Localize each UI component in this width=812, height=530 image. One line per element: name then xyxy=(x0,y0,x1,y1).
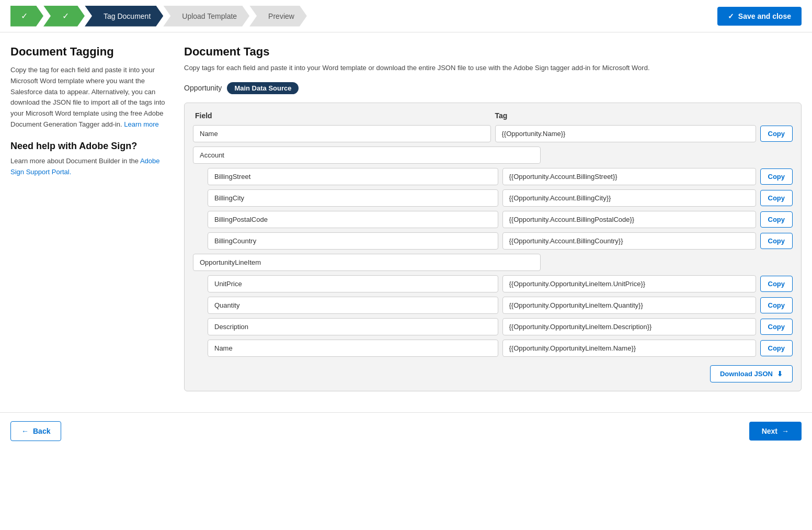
tag-cell: Copy xyxy=(502,318,793,335)
copy-button-quantity[interactable]: Copy xyxy=(760,297,793,313)
col-tag-header: Tag xyxy=(495,111,791,120)
step3-label: Tag Document xyxy=(104,12,151,20)
step2-check-icon: ✓ xyxy=(62,11,69,21)
copy-button-name[interactable]: Copy xyxy=(760,126,793,142)
field-cell xyxy=(208,211,498,228)
tag-input-billing-country[interactable] xyxy=(502,232,756,250)
datasource-row: Opportunity Main Data Source xyxy=(184,82,802,94)
step-3[interactable]: Tag Document xyxy=(85,6,163,27)
main-layout: Document Tagging Copy the tag for each f… xyxy=(0,32,812,404)
back-arrow-icon: ← xyxy=(21,427,29,435)
copy-button-billing-street[interactable]: Copy xyxy=(760,168,793,185)
download-icon: ⬇ xyxy=(777,370,783,378)
field-input-quantity xyxy=(208,297,498,314)
download-json-button[interactable]: Download JSON ⬇ xyxy=(710,365,793,382)
copy-button-description[interactable]: Copy xyxy=(760,319,793,335)
tag-cell: Copy xyxy=(502,297,793,314)
sidebar-title: Document Tagging xyxy=(10,45,167,59)
download-row: Download JSON ⬇ xyxy=(193,365,793,382)
field-cell xyxy=(208,232,498,250)
back-button[interactable]: ← Back xyxy=(10,421,61,441)
tag-cell: Copy xyxy=(502,275,793,292)
step4-label: Upload Template xyxy=(182,12,237,20)
copy-button-billing-postal[interactable]: Copy xyxy=(760,211,793,228)
datasource-label: Opportunity xyxy=(184,84,222,92)
tag-input-description[interactable] xyxy=(502,318,756,335)
col-field-header: Field xyxy=(195,111,491,120)
field-input-description xyxy=(208,318,498,335)
step-5[interactable]: Preview xyxy=(249,6,307,27)
tag-cell: Copy xyxy=(502,168,793,185)
content-title: Document Tags xyxy=(184,45,802,59)
sidebar-help-description: Learn more about Document Builder in the… xyxy=(10,156,167,178)
tag-input-li-name[interactable] xyxy=(502,340,756,357)
tag-cell: Copy xyxy=(502,211,793,228)
table-row: Copy xyxy=(193,297,793,314)
field-cell xyxy=(208,318,498,335)
table-row: Copy xyxy=(193,340,793,357)
field-input-billing-country xyxy=(208,232,498,250)
table-row: Copy xyxy=(193,168,793,185)
step1-check-icon: ✓ xyxy=(21,11,28,21)
copy-button-unit-price[interactable]: Copy xyxy=(760,276,793,292)
learn-more-link[interactable]: Learn more xyxy=(124,120,158,128)
field-input-billing-city xyxy=(208,189,498,207)
table-row: Copy xyxy=(193,318,793,335)
sidebar-help-title: Need help with Adobe Sign? xyxy=(10,141,167,152)
tag-cell: Copy xyxy=(502,232,793,250)
save-close-check-icon: ✓ xyxy=(728,12,734,20)
field-input-unit-price xyxy=(208,275,498,292)
field-input-name xyxy=(193,125,491,142)
group-input-account xyxy=(193,146,541,164)
table-row: Copy xyxy=(193,125,793,142)
field-cell xyxy=(193,125,491,142)
tag-input-name[interactable] xyxy=(495,125,756,142)
tag-input-billing-street[interactable] xyxy=(502,168,756,185)
tag-cell: Copy xyxy=(502,189,793,207)
sidebar: Document Tagging Copy the tag for each f… xyxy=(10,45,167,391)
table-row: Copy xyxy=(193,275,793,292)
step-4[interactable]: Upload Template xyxy=(163,6,249,27)
table-row xyxy=(193,146,793,164)
next-label: Next xyxy=(762,427,777,435)
header: ✓ ✓ Tag Document Upload Template Preview… xyxy=(0,0,812,32)
step-2[interactable]: ✓ xyxy=(43,6,85,27)
save-close-label: Save and close xyxy=(738,12,791,20)
sidebar-description: Copy the tag for each field and paste it… xyxy=(10,65,167,130)
tag-input-quantity[interactable] xyxy=(502,297,756,314)
tag-table: Field Tag Copy xyxy=(184,103,802,391)
field-input-li-name xyxy=(208,340,498,357)
tag-input-billing-city[interactable] xyxy=(502,189,756,207)
next-button[interactable]: Next → xyxy=(749,422,802,441)
table-row: Copy xyxy=(193,189,793,207)
stepper: ✓ ✓ Tag Document Upload Template Preview xyxy=(10,6,717,27)
field-input-billing-street xyxy=(208,168,498,185)
table-headers: Field Tag xyxy=(193,111,793,120)
field-cell xyxy=(208,168,498,185)
copy-button-billing-city[interactable]: Copy xyxy=(760,190,793,206)
tag-cell: Copy xyxy=(502,340,793,357)
table-row xyxy=(193,254,793,271)
tag-cell: Copy xyxy=(495,125,793,142)
field-cell xyxy=(208,297,498,314)
footer: ← Back Next → xyxy=(0,412,812,449)
field-input-billing-postal xyxy=(208,211,498,228)
download-json-label: Download JSON xyxy=(720,370,773,378)
table-row: Copy xyxy=(193,211,793,228)
tag-input-unit-price[interactable] xyxy=(502,275,756,292)
step-1[interactable]: ✓ xyxy=(10,6,43,27)
field-cell xyxy=(208,189,498,207)
group-input-line-item xyxy=(193,254,541,271)
step5-label: Preview xyxy=(268,12,294,20)
save-close-button[interactable]: ✓ Save and close xyxy=(717,7,802,26)
field-cell xyxy=(208,340,498,357)
back-label: Back xyxy=(33,427,50,435)
tag-input-billing-postal[interactable] xyxy=(502,211,756,228)
table-row: Copy xyxy=(193,232,793,250)
copy-button-li-name[interactable]: Copy xyxy=(760,340,793,356)
content-description: Copy tags for each field and paste it in… xyxy=(184,63,802,74)
next-arrow-icon: → xyxy=(782,427,789,435)
field-cell xyxy=(208,275,498,292)
copy-button-billing-country[interactable]: Copy xyxy=(760,233,793,249)
content: Document Tags Copy tags for each field a… xyxy=(184,45,802,391)
